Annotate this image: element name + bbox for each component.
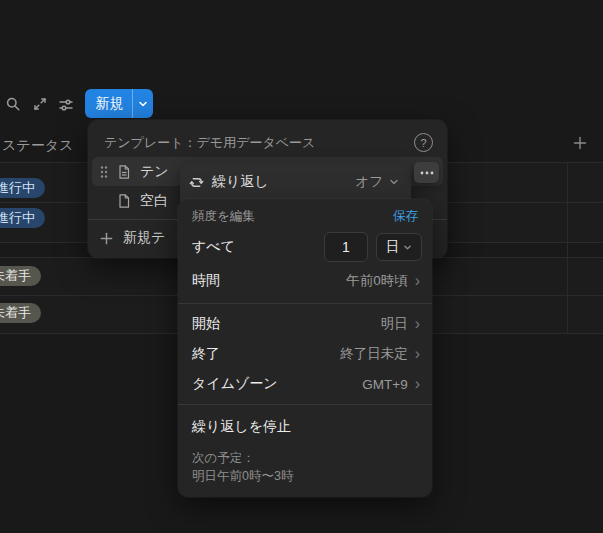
expand-icon[interactable] — [32, 96, 48, 112]
template-popup-title: テンプレート：デモ用データベース — [104, 134, 414, 152]
next-schedule-label: 次の予定： — [192, 449, 418, 467]
start-row[interactable]: 開始 明日 › — [178, 309, 432, 339]
chevron-down-icon — [389, 177, 399, 187]
next-schedule: 次の予定： 明日午前0時〜3時 — [178, 444, 432, 485]
unit-value: 日 — [386, 238, 400, 256]
popup-divider — [178, 404, 432, 405]
status-badge[interactable]: 未着手 — [0, 266, 41, 286]
every-label: すべて — [192, 238, 324, 256]
row-value: 終了日未定 — [340, 345, 408, 363]
row-value: 明日 — [381, 315, 408, 333]
template-popup-title-row: テンプレート：デモ用データベース ? — [88, 120, 447, 158]
repeat-icon — [189, 175, 204, 190]
row-label: タイムゾーン — [192, 375, 362, 393]
drag-handle-icon[interactable] — [99, 165, 109, 179]
template-item-label: テン — [140, 163, 169, 181]
every-row: すべて 日 — [178, 230, 432, 264]
row-label: 終了 — [192, 345, 340, 363]
next-schedule-value: 明日午前0時〜3時 — [192, 467, 418, 485]
more-options-button[interactable] — [414, 162, 439, 183]
new-button-chevron[interactable] — [133, 99, 153, 109]
repeat-settings-popup: 頻度を編集 保存 すべて 日 時間 午前0時頃 › 開始 明日 › 終了 — [178, 199, 432, 497]
app-window: 新規 ステータス 進行中 進行中 未着手 未着手 テンプレート：デモ用データベー… — [0, 0, 603, 533]
popup-divider — [178, 303, 432, 304]
status-column-header[interactable]: ステータス — [2, 137, 73, 155]
chevron-down-icon — [403, 243, 412, 252]
status-badge[interactable]: 進行中 — [0, 178, 45, 198]
stop-repeat-button[interactable]: 繰り返しを停止 — [178, 410, 432, 444]
status-badge[interactable]: 進行中 — [0, 208, 45, 228]
help-icon[interactable]: ? — [414, 133, 433, 152]
chevron-down-icon — [138, 99, 148, 109]
new-template-label: 新規テ — [123, 229, 165, 247]
unit-select[interactable]: 日 — [376, 233, 422, 261]
plus-icon — [99, 231, 114, 246]
row-value: 午前0時頃 — [346, 272, 408, 290]
grid-line-vertical — [567, 162, 568, 333]
time-row[interactable]: 時間 午前0時頃 › — [178, 264, 432, 298]
new-button[interactable]: 新規 — [85, 89, 153, 118]
repeat-menu-item[interactable]: 繰り返し オフ — [180, 163, 411, 201]
frequency-header: 頻度を編集 — [192, 208, 393, 225]
new-button-label: 新規 — [85, 95, 132, 113]
save-button[interactable]: 保存 — [393, 208, 418, 225]
filter-sliders-icon[interactable] — [58, 97, 74, 113]
row-label: 開始 — [192, 315, 381, 333]
status-badge[interactable]: 未着手 — [0, 303, 41, 323]
end-row[interactable]: 終了 終了日未定 › — [178, 339, 432, 369]
add-column-icon[interactable] — [572, 135, 588, 151]
repeat-menu-label: 繰り返し — [212, 173, 355, 191]
interval-input[interactable] — [324, 232, 368, 262]
search-icon[interactable] — [5, 96, 21, 112]
chevron-right-icon: › — [415, 273, 420, 289]
document-blank-icon — [116, 193, 132, 209]
timezone-row[interactable]: タイムゾーン GMT+9 › — [178, 369, 432, 399]
repeat-menu-value: オフ — [355, 173, 383, 191]
more-options-icon — [420, 171, 434, 175]
row-value: GMT+9 — [362, 377, 407, 392]
chevron-right-icon: › — [415, 346, 420, 362]
template-item-label: 空白 — [140, 192, 168, 210]
chevron-right-icon: › — [415, 376, 420, 392]
row-label: 時間 — [192, 272, 346, 290]
frequency-header-row: 頻度を編集 保存 — [178, 205, 432, 230]
chevron-right-icon: › — [415, 316, 420, 332]
document-text-icon — [116, 164, 132, 180]
